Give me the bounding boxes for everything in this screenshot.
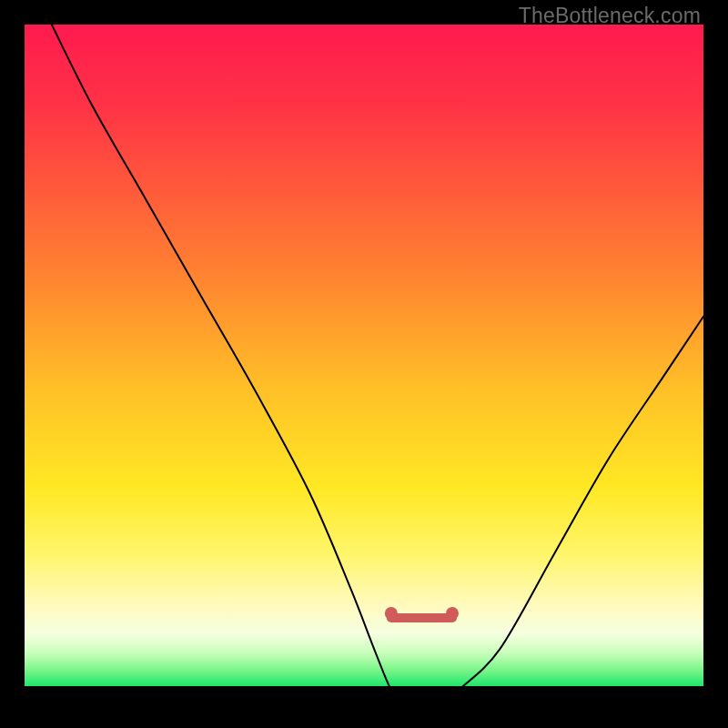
- chart-svg: [25, 25, 703, 703]
- chart-frame: TheBottleneck.com: [0, 0, 728, 728]
- plot-area: [25, 25, 703, 703]
- marker-left: [385, 607, 398, 620]
- watermark-text: TheBottleneck.com: [519, 4, 701, 28]
- bottleneck-curve: [52, 25, 703, 703]
- marker-right: [446, 607, 459, 620]
